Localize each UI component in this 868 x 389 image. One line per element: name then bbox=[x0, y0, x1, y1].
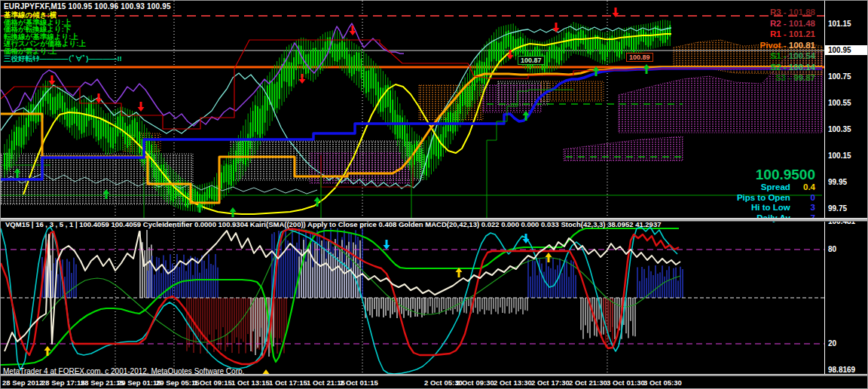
time-axis-label: 2 Oct 21:30 bbox=[569, 378, 607, 387]
indicator-scale-label: 80 bbox=[828, 245, 836, 253]
mt4-chart-window: EURJPYFXF,M15 100.95 100.96 100.93 100.9… bbox=[0, 0, 868, 389]
price-scale-label: 100.75 bbox=[828, 72, 851, 81]
chart-canvas[interactable] bbox=[1, 1, 868, 389]
price-scale-divider bbox=[824, 1, 825, 375]
time-axis-label: 29 Sep 01:15 bbox=[118, 378, 161, 387]
price-scale-label: 101.15 bbox=[828, 20, 851, 28]
time-axis-label: 1 Oct 09:15 bbox=[194, 378, 232, 387]
time-axis-label: 2 Oct 13:30 bbox=[494, 378, 532, 387]
price-scale-label: 99.75 bbox=[828, 204, 847, 213]
time-axis-label: 2 Oct 09:30 bbox=[456, 378, 494, 387]
main-chart-area bbox=[1, 1, 824, 375]
time-axis-label: 2 Oct 01:15 bbox=[340, 378, 378, 387]
indicator-scale-label: 20 bbox=[828, 339, 836, 348]
panel-splitter[interactable] bbox=[1, 218, 868, 222]
current-price-label: 100.95 bbox=[825, 45, 868, 55]
price-scale-label: 99.95 bbox=[828, 178, 847, 186]
time-axis-label: 3 Oct 05:30 bbox=[643, 378, 682, 387]
time-axis[interactable]: 28 Sep 201228 Sep 17:1528 Sep 21:1529 Se… bbox=[1, 376, 868, 389]
price-scale-label: 100.15 bbox=[828, 152, 851, 160]
indicator-scale-label: 98.8169 bbox=[828, 366, 855, 374]
price-scale-label: 100.55 bbox=[828, 99, 851, 107]
price-tag: 100.89 bbox=[626, 53, 653, 62]
time-axis-label: 3 Oct 01:30 bbox=[607, 378, 645, 387]
time-axis-label: 1 Oct 13:15 bbox=[231, 378, 270, 387]
time-axis-label: 29 Sep 05:15 bbox=[156, 378, 200, 387]
time-axis-label: 28 Sep 17:15 bbox=[41, 378, 85, 387]
price-tag: 100.87 bbox=[518, 56, 545, 65]
price-scale-label: 100.35 bbox=[828, 125, 851, 133]
time-axis-label: 1 Oct 17:15 bbox=[269, 378, 307, 387]
time-axis-label: 2 Oct 17:30 bbox=[531, 378, 570, 387]
indicator-panel-area bbox=[1, 227, 824, 379]
time-axis-label: 28 Sep 2012 bbox=[2, 378, 43, 387]
